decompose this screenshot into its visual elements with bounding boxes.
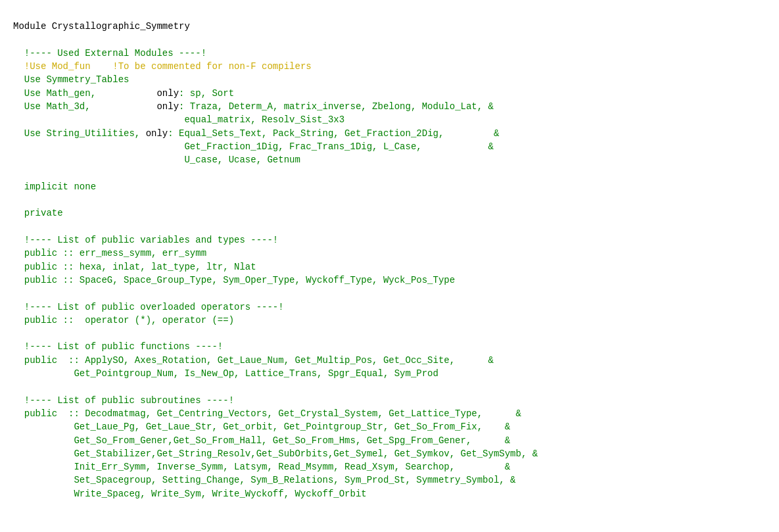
module-line: Module Crystallographic_Symmetry [13, 21, 190, 32]
comment-public-functions: !---- List of public functions ----! [24, 341, 223, 352]
use-symmetry-tables: Use Symmetry_Tables [24, 74, 130, 85]
comment-public-operators: !---- List of public overloaded operator… [24, 302, 284, 312]
public-err: public :: err_mess_symm, err_symm [24, 248, 206, 258]
public-operators: public :: operator (*), operator (==) [24, 315, 234, 326]
comment-used-external: !---- Used External Modules ----! [24, 48, 206, 59]
comment-public-vars: !---- List of public variables and types… [24, 235, 278, 245]
public-subroutines: public :: Decodmatmag, Get_Centring_Vect… [13, 408, 538, 499]
private-keyword: private [24, 208, 63, 218]
code-container: Module Crystallographic_Symmetry !---- U… [13, 7, 766, 500]
comment-use-mod-fun: !Use Mod_fun !To be commented for non-F … [24, 61, 312, 72]
implicit-none: implicit none [24, 181, 96, 192]
use-string-utilities: Use String_Utilities, only: Equal_Sets_T… [13, 128, 499, 166]
public-spaceg: public :: SpaceG, Space_Group_Type, Sym_… [24, 275, 455, 285]
use-math-gen: Use Math_gen, only: sp, Sort [24, 88, 234, 99]
use-math-3d: Use Math_3d, only: Traza, Determ_A, matr… [13, 101, 494, 125]
public-hexa: public :: hexa, inlat, lat_type, ltr, Nl… [24, 262, 256, 272]
comment-public-subroutines: !---- List of public subroutines ----! [24, 395, 234, 406]
public-functions: public :: ApplySO, Axes_Rotation, Get_La… [13, 355, 494, 379]
